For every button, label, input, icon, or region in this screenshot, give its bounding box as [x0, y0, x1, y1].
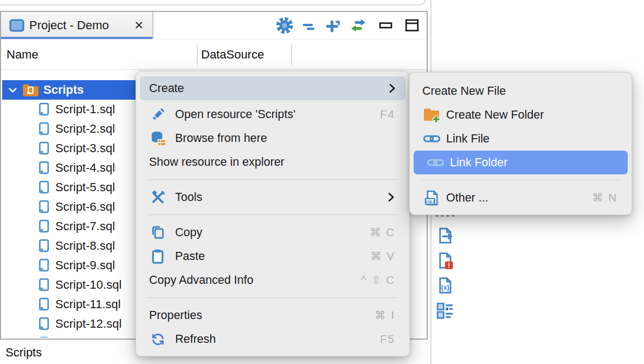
column-header-name[interactable]: Name — [7, 48, 38, 62]
sql-file-icon — [37, 297, 50, 312]
context-menu: CreateOpen resource 'Scripts'F4Browse fr… — [136, 71, 410, 356]
link-with-editor-button[interactable] — [349, 17, 368, 34]
database-icon — [149, 129, 166, 147]
menu-item-create-new-file[interactable]: Create New File — [410, 79, 632, 103]
chevron-down-icon[interactable] — [7, 84, 22, 96]
menu-item-browse-from-here[interactable]: Browse from here — [136, 126, 409, 150]
collapse-all-button[interactable] — [301, 17, 317, 34]
minimize-view-button[interactable] — [378, 17, 394, 34]
pencil-icon — [149, 106, 166, 123]
tree-item-label: Script-8.sql — [55, 239, 115, 253]
menu-item-shortcut: ⌘ I — [364, 309, 395, 322]
maximize-view-button[interactable] — [404, 17, 420, 34]
expand-all-button[interactable] — [324, 17, 342, 34]
menu-item-paste[interactable]: Paste⌘ V — [136, 244, 409, 268]
gear-icon — [275, 16, 294, 35]
svg-text:!: ! — [448, 261, 450, 269]
tab-bar: Project - Demo ✕ — [1, 12, 427, 40]
menu-item-properties[interactable]: Properties⌘ I — [136, 303, 409, 327]
menu-item-link-file[interactable]: Link File — [410, 127, 632, 151]
maximize-icon — [404, 17, 420, 34]
column-separator[interactable] — [291, 44, 292, 65]
status-bar-text: Scripts — [5, 346, 42, 360]
sql-file-icon — [37, 141, 50, 156]
menu-item-create-new-folder[interactable]: Create New Folder — [410, 103, 632, 127]
tree-item-label: Script-2.sql — [55, 122, 115, 136]
tree-item-label: Script-4.sql — [55, 161, 115, 175]
menu-item-shortcut: ⌘ N — [581, 191, 617, 204]
svg-text:OBJ: OBJ — [426, 199, 434, 204]
menu-item-label: Tools — [175, 191, 202, 204]
tree-item-label: Script-1.sql — [55, 102, 115, 116]
link-icon — [422, 130, 441, 147]
folder-plus-icon — [422, 106, 441, 123]
menu-separator — [148, 214, 397, 215]
sql-file-icon — [37, 102, 50, 117]
submenu-arrow-icon — [388, 83, 396, 94]
sql-file-icon — [37, 219, 50, 234]
sql-file-icon — [37, 258, 50, 273]
column-separator[interactable] — [197, 44, 198, 65]
tab-title: Project - Demo — [29, 18, 109, 32]
folder-icon — [22, 83, 38, 98]
tree-item-label: Script-6.sql — [55, 200, 115, 214]
close-icon[interactable]: ✕ — [134, 19, 144, 32]
menu-item-show-resource-in-explorer[interactable]: Show resource in explorer — [136, 150, 409, 174]
view-toolbar — [275, 12, 420, 39]
collapse-all-icon — [301, 17, 317, 34]
menu-item-link-folder[interactable]: Link Folder — [414, 151, 628, 174]
view-menu-button[interactable] — [275, 16, 294, 35]
file-export-button[interactable] — [436, 226, 467, 245]
sql-file-icon — [37, 160, 50, 176]
column-header-datasource[interactable]: DataSource — [201, 48, 264, 62]
menu-item-shortcut: ⌘ C — [359, 226, 395, 239]
file-error-button[interactable]: ! — [436, 251, 467, 270]
menu-item-label: Link Folder — [450, 156, 507, 170]
tree-item-label: Script-12.sql — [55, 317, 121, 331]
menu-item-refresh[interactable]: RefreshF5 — [136, 327, 409, 351]
project-icon — [9, 19, 24, 32]
upper-panel-edge — [0, 0, 426, 5]
menu-separator — [148, 297, 397, 298]
expand-all-icon — [324, 17, 342, 34]
menu-item-tools[interactable]: Tools — [136, 185, 409, 209]
file-braces-icon: {x} — [436, 287, 454, 296]
tree-item-label: Script-11.sql — [55, 297, 121, 311]
menu-item-copy-advanced-info[interactable]: Copy Advanced Info^ ⇧ C — [136, 268, 409, 292]
file-export-icon — [436, 237, 454, 246]
link-editor-icon — [349, 17, 368, 34]
tab-project-demo[interactable]: Project - Demo ✕ — [1, 12, 153, 39]
menu-item-label: Create New File — [422, 84, 506, 98]
create-submenu: Create New FileCreate New FolderLink Fil… — [409, 72, 632, 215]
menu-item-open-resource-scripts[interactable]: Open resource 'Scripts'F4 — [136, 102, 409, 126]
link-icon — [426, 154, 445, 171]
app-root: Project - Demo ✕ Name DataSource Scripts… — [0, 0, 644, 364]
outline-structure-button[interactable] — [436, 301, 467, 320]
file-error-icon: ! — [436, 262, 454, 271]
active-tab-accent — [1, 37, 152, 39]
side-rail: !{x} — [435, 214, 467, 326]
minimize-icon — [378, 17, 394, 34]
menu-item-label: Create New Folder — [446, 108, 544, 122]
menu-item-other[interactable]: OBJOther ...⌘ N — [410, 186, 632, 210]
tools-icon — [149, 188, 166, 206]
menu-item-copy[interactable]: Copy⌘ C — [136, 220, 409, 244]
menu-separator — [422, 180, 620, 180]
menu-separator — [148, 179, 397, 180]
file-braces-button[interactable]: {x} — [436, 276, 467, 295]
menu-item-label: Properties — [149, 309, 202, 322]
menu-item-shortcut: F5 — [369, 333, 395, 346]
menu-item-shortcut: F4 — [369, 108, 395, 121]
tree-item-label: Script-10.sql — [55, 278, 121, 292]
menu-item-create[interactable]: Create — [140, 76, 405, 100]
menu-item-shortcut: ^ ⇧ C — [350, 274, 395, 287]
sql-file-icon — [37, 336, 50, 337]
sql-file-icon — [37, 277, 50, 292]
tree-item-label: Script.sql — [55, 336, 104, 337]
menu-item-shortcut: ⌘ V — [359, 250, 395, 263]
tree-item-label: Script-5.sql — [55, 180, 115, 194]
copy-icon — [149, 224, 166, 241]
menu-item-label: Other ... — [446, 191, 488, 205]
menu-item-label: Show resource in explorer — [149, 155, 285, 169]
sql-file-icon — [37, 199, 50, 214]
